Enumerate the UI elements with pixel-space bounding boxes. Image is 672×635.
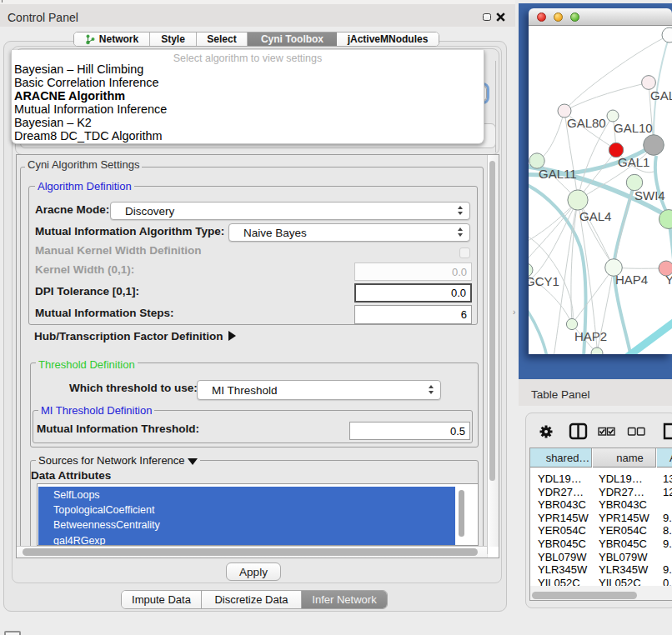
svg-text:GAL10: GAL10 [614,121,653,135]
svg-text:GCY1: GCY1 [529,274,559,288]
svg-text:GAL4: GAL4 [579,209,611,223]
svg-text:SWI4: SWI4 [634,188,665,202]
svg-text:HAP2: HAP2 [574,329,607,343]
svg-text:HAP4: HAP4 [615,272,648,287]
svg-text:Y: Y [665,272,672,287]
svg-text:GAL1: GAL1 [618,155,649,169]
svg-text:GAL80: GAL80 [567,116,606,130]
svg-text:GAL11: GAL11 [539,167,577,181]
svg-text:GAL: GAL [650,88,672,102]
